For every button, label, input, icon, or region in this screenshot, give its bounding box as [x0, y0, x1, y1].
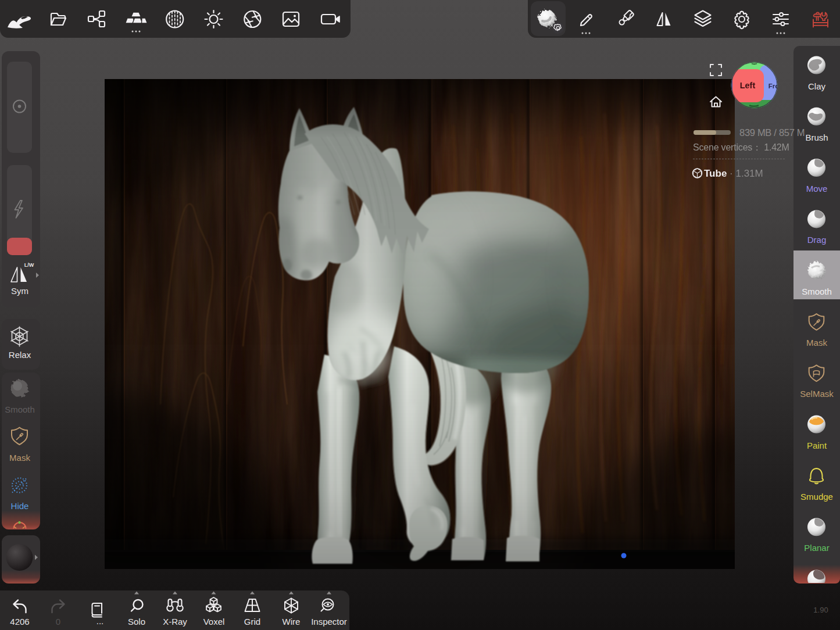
svg-text:Fro: Fro: [768, 83, 778, 90]
svg-text:Left: Left: [740, 81, 756, 90]
